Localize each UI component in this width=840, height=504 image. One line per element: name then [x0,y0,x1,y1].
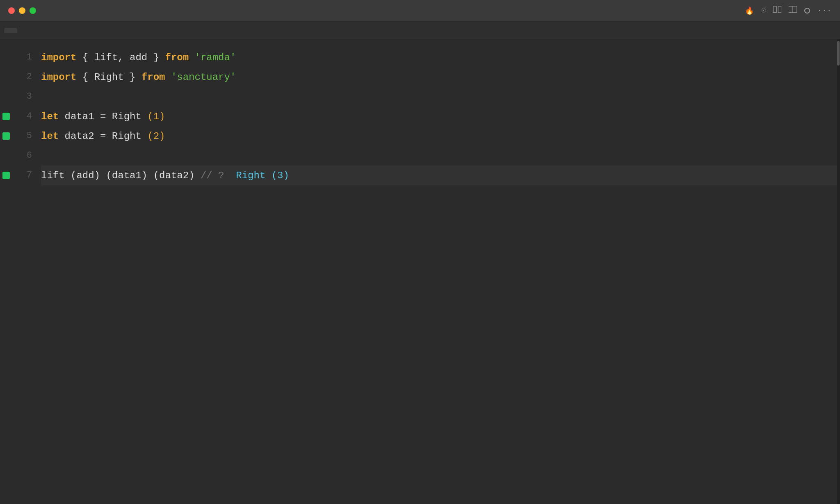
traffic-lights [8,7,36,14]
code-token: Right [94,72,124,83]
code-line: import { Right } from 'sanctuary' [41,67,837,87]
code-token: let [41,111,59,122]
line-number: 6 [12,146,32,166]
vertical-scrollbar[interactable] [837,39,840,504]
breakpoint-slot[interactable] [2,87,10,107]
minimize-button[interactable] [19,7,25,14]
code-token: (2) [147,131,165,142]
breakpoint-column [0,39,12,504]
code-line [41,146,837,166]
code-line: import { lift, add } from 'ramda' [41,48,837,67]
breakpoint-dot [2,172,10,179]
code-line: let data1 = Right (1) [41,107,837,126]
code-line: let data2 = Right (2) [41,126,837,146]
breakpoint-dot [2,113,10,120]
svg-rect-0 [773,6,776,13]
code-token [224,170,236,181]
code-token: from [142,72,165,83]
line-number: 1 [12,48,32,67]
code-token: { [76,52,94,63]
columns-icon[interactable] [773,6,781,15]
code-token: lift (add) (data1) (data2) [41,170,201,181]
code-token: data1 = Right [59,111,147,122]
dot-icon[interactable] [804,8,810,14]
code-token: // ? [201,170,224,181]
breakpoint-empty [2,152,10,159]
breakpoint-empty [2,54,10,61]
breakpoint-slot[interactable] [2,126,10,146]
close-button[interactable] [8,7,15,14]
code-token: } [124,72,142,83]
breakpoint-slot[interactable] [2,166,10,185]
code-token: 'sanctuary' [171,72,236,83]
breakpoint-slot[interactable] [2,146,10,166]
flame-icon[interactable]: 🔥 [745,6,754,15]
toolbar-right: 🔥 ⊡ ··· [745,6,832,15]
editor-area: 1234567 import { lift, add } from 'ramda… [0,39,840,504]
active-tab[interactable] [4,28,17,33]
code-token: import [41,52,76,63]
code-token: from [165,52,189,63]
code-token: data2 = Right [59,131,147,142]
code-token: 'ramda' [195,52,236,63]
line-number: 3 [12,87,32,107]
split-icon[interactable] [789,6,797,15]
maximize-button[interactable] [30,7,36,14]
code-editor[interactable]: import { lift, add } from 'ramda'import … [37,39,837,504]
scrollbar-thumb[interactable] [837,41,840,66]
line-number: 4 [12,107,32,126]
breakpoint-dot [2,132,10,140]
code-token [189,52,194,63]
title-bar: 🔥 ⊡ ··· [0,0,840,21]
code-line: lift (add) (data1) (data2) // ? Right (3… [41,166,837,185]
svg-rect-1 [778,6,781,13]
breakpoint-slot[interactable] [2,67,10,87]
code-token [165,72,171,83]
code-token: lift, add [94,52,148,63]
layout-icon[interactable]: ⊡ [761,6,765,15]
line-number: 5 [12,126,32,146]
code-token: (1) [147,111,165,122]
line-numbers: 1234567 [12,39,37,504]
breakpoint-slot[interactable] [2,107,10,126]
code-token: { [76,72,94,83]
line-number: 2 [12,67,32,87]
more-icon[interactable]: ··· [817,7,832,15]
breakpoint-empty [2,73,10,81]
code-token: } [147,52,165,63]
breakpoint-slot[interactable] [2,48,10,67]
code-line [41,87,837,107]
code-token: let [41,131,59,142]
line-number: 7 [12,166,32,185]
breakpoint-empty [2,93,10,100]
code-token: import [41,72,76,83]
tab-bar [0,21,840,39]
code-token: Right (3) [236,170,289,181]
